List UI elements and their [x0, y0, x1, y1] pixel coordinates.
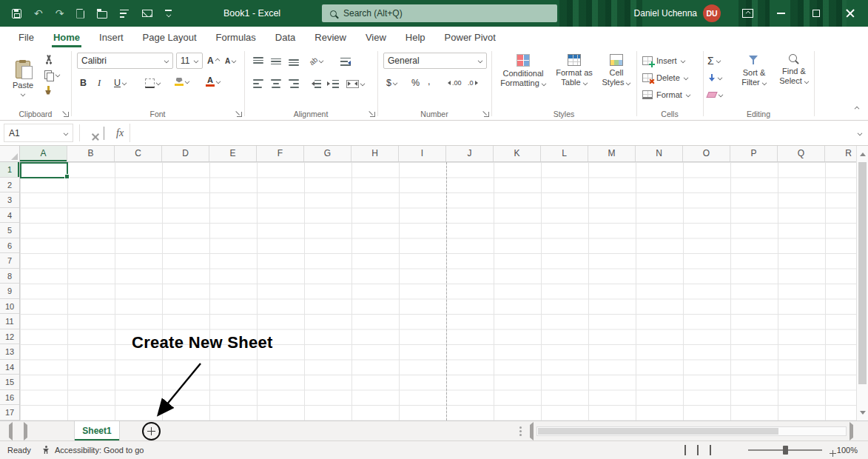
column-header-H[interactable]: H	[351, 146, 399, 161]
paste-button[interactable]: Paste	[6, 52, 40, 105]
clear-button[interactable]	[707, 88, 723, 101]
clipboard-dialog-launcher[interactable]	[62, 110, 69, 117]
tab-view[interactable]: View	[356, 27, 396, 47]
save-button[interactable]	[12, 9, 21, 19]
column-header-L[interactable]: L	[541, 146, 588, 161]
column-header-K[interactable]: K	[494, 146, 541, 161]
tab-help[interactable]: Help	[396, 27, 435, 47]
tab-formulas[interactable]: Formulas	[206, 27, 266, 47]
column-header-I[interactable]: I	[399, 146, 446, 161]
name-box[interactable]: A1	[4, 124, 73, 142]
cell-styles-button[interactable]: Cell Styles	[598, 51, 635, 103]
page-break-view-button[interactable]	[710, 446, 711, 455]
minimize-button[interactable]	[770, 0, 792, 27]
conditional-formatting-button[interactable]: Conditional Formatting	[496, 51, 551, 103]
currency-button[interactable]: $	[386, 76, 397, 90]
borders-button[interactable]	[145, 76, 161, 90]
merge-center-button[interactable]	[346, 76, 365, 91]
horizontal-scrollbar[interactable]	[530, 426, 853, 436]
column-header-G[interactable]: G	[304, 146, 351, 161]
new-file-button[interactable]	[76, 9, 84, 19]
row-header-16[interactable]: 16	[0, 390, 19, 406]
format-painter-button[interactable]	[44, 85, 60, 96]
alignment-dialog-launcher[interactable]	[369, 110, 375, 117]
formula-input[interactable]	[129, 124, 868, 142]
font-family-combo[interactable]: Calibri	[77, 53, 173, 69]
vertical-scroll-thumb[interactable]	[858, 162, 867, 384]
tab-home[interactable]: Home	[44, 27, 90, 47]
collapse-ribbon-button[interactable]	[855, 101, 859, 114]
page-layout-view-button[interactable]	[697, 446, 699, 455]
sort-filter-button[interactable]: Sort & Filter	[734, 51, 774, 103]
tab-page-layout[interactable]: Page Layout	[133, 27, 206, 47]
ribbon-display-options-button[interactable]	[742, 9, 753, 18]
wrap-text-button[interactable]	[340, 54, 351, 69]
search-box[interactable]: Search (Alt+Q)	[322, 4, 557, 22]
accessibility-status[interactable]: Accessibility: Good to go	[41, 441, 144, 459]
align-right-button[interactable]	[289, 76, 299, 91]
column-header-D[interactable]: D	[162, 146, 209, 161]
new-sheet-button[interactable]	[142, 422, 161, 440]
column-header-B[interactable]: B	[67, 146, 115, 161]
decrease-font-button[interactable]: A	[225, 53, 236, 68]
row-header-13[interactable]: 13	[0, 344, 19, 360]
comma-style-button[interactable]: ,	[428, 74, 430, 89]
column-header-A[interactable]: A	[20, 146, 67, 161]
row-header-7[interactable]: 7	[0, 253, 19, 269]
increase-font-button[interactable]: A	[207, 53, 220, 68]
column-header-Q[interactable]: Q	[778, 146, 825, 161]
underline-button[interactable]: U	[114, 76, 127, 90]
grid-cells[interactable]	[20, 162, 856, 421]
font-size-combo[interactable]: 11	[176, 53, 203, 69]
column-header-R[interactable]: R	[825, 146, 856, 161]
user-name[interactable]: Daniel Uchenna	[634, 0, 697, 27]
align-center-button[interactable]	[271, 76, 281, 91]
number-dialog-launcher[interactable]	[482, 110, 489, 117]
zoom-slider[interactable]	[748, 449, 822, 451]
sort-button[interactable]	[120, 9, 129, 19]
row-header-3[interactable]: 3	[0, 192, 19, 208]
row-header-4[interactable]: 4	[0, 208, 19, 224]
vertical-scrollbar[interactable]	[856, 146, 868, 421]
zoom-slider-handle[interactable]	[783, 446, 788, 455]
scroll-left-button[interactable]	[530, 425, 534, 438]
scroll-down-button[interactable]	[857, 406, 868, 419]
increase-indent-button[interactable]	[327, 76, 339, 91]
tab-power-pivot[interactable]: Power Pivot	[435, 27, 505, 47]
email-button[interactable]	[142, 10, 152, 17]
confirm-entry-button[interactable]	[104, 127, 104, 140]
percent-button[interactable]: %	[411, 76, 420, 90]
row-header-15[interactable]: 15	[0, 375, 19, 390]
row-header-5[interactable]: 5	[0, 223, 19, 238]
normal-view-button[interactable]	[684, 446, 686, 455]
middle-align-button[interactable]	[271, 54, 281, 69]
user-avatar[interactable]: DU	[703, 4, 721, 22]
copy-button[interactable]	[44, 70, 60, 80]
insert-cells-button[interactable]: Insert	[642, 54, 685, 67]
row-header-6[interactable]: 6	[0, 238, 19, 254]
scroll-right-button[interactable]	[850, 425, 853, 438]
autosum-button[interactable]: Σ	[707, 54, 721, 67]
select-all-corner[interactable]	[0, 146, 20, 161]
row-header-2[interactable]: 2	[0, 178, 19, 193]
tab-splitter-handle[interactable]	[519, 426, 522, 429]
font-dialog-launcher[interactable]	[235, 110, 242, 117]
close-button[interactable]	[839, 0, 861, 27]
row-header-11[interactable]: 11	[0, 314, 19, 329]
bottom-align-button[interactable]	[289, 54, 299, 69]
column-header-M[interactable]: M	[588, 146, 636, 161]
delete-cells-button[interactable]: Delete	[642, 71, 688, 84]
orientation-button[interactable]: ab	[309, 53, 323, 68]
scroll-up-button[interactable]	[857, 147, 868, 161]
column-header-J[interactable]: J	[446, 146, 494, 161]
tab-insert[interactable]: Insert	[90, 27, 133, 47]
font-color-button[interactable]: A	[206, 74, 221, 89]
increase-decimal-button[interactable]: .00	[445, 76, 462, 90]
maximize-button[interactable]	[805, 0, 827, 27]
tab-data[interactable]: Data	[266, 27, 305, 47]
next-sheet-button[interactable]	[24, 425, 27, 438]
row-header-17[interactable]: 17	[0, 405, 19, 421]
horizontal-scroll-track[interactable]	[536, 426, 847, 436]
find-select-button[interactable]: Find & Select	[776, 51, 813, 103]
decrease-indent-button[interactable]	[309, 76, 321, 91]
